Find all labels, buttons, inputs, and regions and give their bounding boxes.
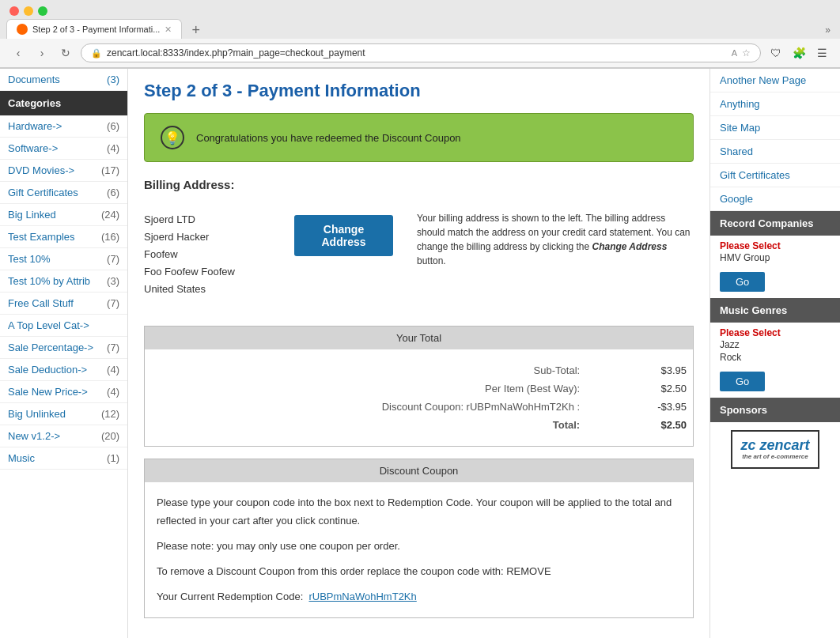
music-genres-go-button[interactable]: Go <box>720 372 765 391</box>
new-tab-button[interactable]: + <box>185 22 206 39</box>
coupon-header: Discount Coupon <box>145 459 693 482</box>
anything-link[interactable]: Anything <box>720 98 760 110</box>
billing-address-line1: Sjoerd LTD <box>144 211 271 228</box>
tab-bar: Step 2 of 3 - Payment Informati... ✕ + » <box>0 19 840 39</box>
address-bar-url: zencart.local:8333/index.php?main_page=c… <box>107 47 727 59</box>
sidebar-item-software[interactable]: Software-> (4) <box>0 138 127 160</box>
coupon-content: Please type your coupon code into the bo… <box>145 482 693 617</box>
right-sidebar-item-another-new-page[interactable]: Another New Page <box>710 69 840 92</box>
sidebar-item-sale-new-price[interactable]: Sale New Price-> (4) <box>0 381 127 403</box>
sidebar-item-freecall-label: Free Call Stuff <box>8 297 74 309</box>
sidebar-item-big-linked-label: Big Linked <box>8 209 56 221</box>
sidebar-item-newv12-count: (20) <box>101 430 119 442</box>
billing-address-line3: Foofew <box>144 246 271 263</box>
categories-header: Categories <box>0 91 127 115</box>
sidebar-item-gift-certificates[interactable]: Gift Certificates (6) <box>0 182 127 204</box>
close-window-button[interactable] <box>9 6 19 16</box>
tab-overflow-button[interactable]: » <box>822 21 834 39</box>
address-bar[interactable]: 🔒 zencart.local:8333/index.php?main_page… <box>81 43 761 62</box>
sidebar-item-toplevel-label: A Top Level Cat-> <box>8 319 89 331</box>
music-genres-select-box: Please Select Jazz Rock <box>710 323 840 368</box>
change-address-container: Change Address <box>294 211 393 256</box>
billing-address-line4: Foo Foofew Foofew <box>144 263 271 281</box>
coupon-code-link[interactable]: rUBPmNaWohHmT2Kh <box>308 591 416 602</box>
success-banner: 💡 Congratulations you have redeemed the … <box>144 113 694 162</box>
billing-address: Sjoerd LTD Sjoerd Hacker Foofew Foo Foof… <box>144 211 271 298</box>
extensions-icon[interactable]: 🧩 <box>789 45 809 61</box>
sidebar-item-dvd-label: DVD Movies-> <box>8 164 74 176</box>
right-sidebar-item-google[interactable]: Google <box>710 187 840 211</box>
table-row: Sub-Total: $3.95 <box>145 361 693 379</box>
sidebar-item-salenew-count: (4) <box>107 386 119 398</box>
sidebar-item-test10-label: Test 10% <box>8 253 50 265</box>
lightbulb-icon: 💡 <box>161 126 184 149</box>
billing-section: Billing Address: Sjoerd LTD Sjoerd Hacke… <box>144 178 694 310</box>
zencart-tagline: the art of e-commerce <box>740 454 809 461</box>
music-genres-select-label: Please Select <box>720 327 831 338</box>
google-link[interactable]: Google <box>720 193 753 205</box>
refresh-button[interactable]: ↻ <box>57 44 74 62</box>
active-tab[interactable]: Step 2 of 3 - Payment Informati... ✕ <box>6 19 182 39</box>
sidebar-item-free-call[interactable]: Free Call Stuff (7) <box>0 293 127 315</box>
translate-icon: A <box>732 48 737 58</box>
change-address-button[interactable]: Change Address <box>294 215 393 256</box>
sidebar-item-test-10[interactable]: Test 10% (7) <box>0 248 127 270</box>
security-icon: 🔒 <box>91 48 102 59</box>
success-text: Congratulations you have redeemed the Di… <box>196 132 461 144</box>
menu-icon[interactable]: ☰ <box>814 45 831 61</box>
minimize-window-button[interactable] <box>24 6 33 16</box>
forward-button[interactable]: › <box>33 44 51 62</box>
right-sidebar-item-site-map[interactable]: Site Map <box>710 116 840 140</box>
right-sidebar-item-gift-certificates[interactable]: Gift Certificates <box>710 164 840 187</box>
bookmark-icon[interactable]: ☆ <box>742 47 751 59</box>
page-title: Step 2 of 3 - Payment Information <box>144 81 694 101</box>
sidebar-item-big-linked[interactable]: Big Linked (24) <box>0 204 127 226</box>
maximize-window-button[interactable] <box>38 6 47 16</box>
sidebar-item-sale-deduction[interactable]: Sale Deduction-> (4) <box>0 359 127 381</box>
coupon-value: -$3.95 <box>596 398 693 416</box>
right-sidebar-item-shared[interactable]: Shared <box>710 140 840 164</box>
coupon-text3: To remove a Discount Coupon from this or… <box>157 563 681 580</box>
zencart-logo-text: zc <box>740 437 759 453</box>
sidebar-item-big-unlinked[interactable]: Big Unlinked (12) <box>0 403 127 425</box>
sidebar-item-salenew-label: Sale New Price-> <box>8 386 88 398</box>
sidebar-item-new-v12[interactable]: New v1.2-> (20) <box>0 425 127 447</box>
zencart-logo: zc zencart the art of e-commerce <box>731 430 819 469</box>
total-value: $2.50 <box>596 416 693 434</box>
sidebar-item-salededuct-count: (4) <box>107 364 119 376</box>
tab-label: Step 2 of 3 - Payment Informati... <box>32 25 160 34</box>
sidebar-item-bigunlinked-label: Big Unlinked <box>8 408 66 420</box>
billing-note: Your billing address is shown to the lef… <box>417 211 694 268</box>
sidebar-item-sale-percentage[interactable]: Sale Percentage-> (7) <box>0 337 127 359</box>
left-sidebar: Documents (3) Categories Hardware-> (6) … <box>0 69 128 638</box>
sidebar-top-documents[interactable]: Documents (3) <box>0 69 127 91</box>
main-content: Step 2 of 3 - Payment Information 💡 Cong… <box>128 69 709 638</box>
toolbar-actions: 🛡 🧩 ☰ <box>767 45 831 61</box>
gift-certificates-link[interactable]: Gift Certificates <box>720 169 790 181</box>
sidebar-item-dvd-movies[interactable]: DVD Movies-> (17) <box>0 160 127 182</box>
site-map-link[interactable]: Site Map <box>720 122 760 134</box>
billing-address-line2: Sjoerd Hacker <box>144 228 271 246</box>
sidebar-item-hardware-label: Hardware-> <box>8 120 62 132</box>
sidebar-item-test10attrib-count: (3) <box>107 275 119 287</box>
sidebar-item-top-level-cat[interactable]: A Top Level Cat-> <box>0 315 127 337</box>
sidebar-item-test-10-attrib[interactable]: Test 10% by Attrib (3) <box>0 270 127 293</box>
sponsors-header: Sponsors <box>710 398 840 422</box>
sidebar-item-software-label: Software-> <box>8 142 58 154</box>
sidebar-item-hardware-count: (6) <box>107 120 119 132</box>
billing-content: Sjoerd LTD Sjoerd Hacker Foofew Foo Foof… <box>144 199 694 310</box>
sidebar-item-test-examples-label: Test Examples <box>8 231 75 243</box>
browser-toolbar: ‹ › ↻ 🔒 zencart.local:8333/index.php?mai… <box>0 39 840 68</box>
shared-link[interactable]: Shared <box>720 145 753 157</box>
tab-close-button[interactable]: ✕ <box>165 25 172 35</box>
right-sidebar-item-anything[interactable]: Anything <box>710 92 840 116</box>
sidebar-item-hardware[interactable]: Hardware-> (6) <box>0 115 127 138</box>
back-button[interactable]: ‹ <box>9 44 27 62</box>
record-companies-go-button[interactable]: Go <box>720 272 765 292</box>
sidebar-item-test-examples[interactable]: Test Examples (16) <box>0 226 127 248</box>
tab-favicon <box>17 24 28 35</box>
another-new-page-link[interactable]: Another New Page <box>720 74 806 86</box>
sidebar-item-music[interactable]: Music (1) <box>0 447 127 470</box>
shield-icon: 🛡 <box>767 45 785 61</box>
totals-inner: Sub-Total: $3.95 Per Item (Best Way): $2… <box>145 349 693 446</box>
